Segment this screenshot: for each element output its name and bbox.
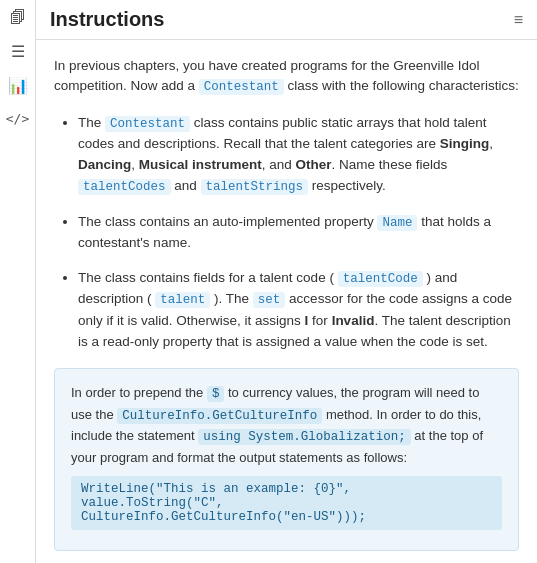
info-box: In order to prepend the $ to currency va… — [54, 368, 519, 550]
sidebar: 🗐 ☰ 📊 </> — [0, 0, 36, 563]
talent-code-2: talent — [155, 292, 210, 308]
using-statement-code: using System.Globalization; — [198, 429, 411, 445]
menu-icon[interactable]: ≡ — [514, 11, 523, 29]
name-code: Name — [377, 215, 417, 231]
talent-strings-code: talentStrings — [201, 179, 309, 195]
header: Instructions ≡ — [36, 0, 537, 40]
info-box-text: In order to prepend the $ to currency va… — [71, 383, 502, 467]
invalid-bold: Invalid — [332, 313, 375, 328]
bullet-1-text: The Contestant class contains public sta… — [78, 115, 493, 193]
code-block: WriteLine("This is an example: {0}", val… — [71, 476, 502, 530]
singing-bold: Singing — [440, 136, 490, 151]
bullet-2-text: The class contains an auto-implemented p… — [78, 214, 491, 250]
set-code: set — [253, 292, 286, 308]
musical-instrument-bold: Musical instrument — [139, 157, 262, 172]
talent-code-code: talentCode — [338, 271, 423, 287]
intro-text-end: class with the following characteristics… — [284, 78, 519, 93]
page-title: Instructions — [50, 8, 164, 31]
intro-paragraph: In previous chapters, you have created p… — [54, 56, 519, 97]
intro-code: Contestant — [199, 79, 284, 95]
chart-icon[interactable]: 📊 — [8, 78, 28, 94]
dancing-bold: Dancing — [78, 157, 131, 172]
list-item: The class contains an auto-implemented p… — [78, 212, 519, 254]
talent-codes-code: talentCodes — [78, 179, 171, 195]
other-bold: Other — [296, 157, 332, 172]
list-icon[interactable]: ☰ — [11, 44, 25, 60]
code-icon[interactable]: </> — [6, 112, 29, 125]
list-item: The Contestant class contains public sta… — [78, 113, 519, 198]
i-bold: I — [305, 313, 309, 328]
bullet-list: The Contestant class contains public sta… — [54, 113, 519, 352]
bullet-3-text: The class contains fields for a talent c… — [78, 270, 512, 349]
contestant-code-1: Contestant — [105, 116, 190, 132]
content-area: In previous chapters, you have created p… — [36, 40, 537, 563]
main-panel: Instructions ≡ In previous chapters, you… — [36, 0, 537, 563]
dollar-sign-code: $ — [207, 386, 225, 402]
list-item: The class contains fields for a talent c… — [78, 268, 519, 353]
get-culture-info-code: CultureInfo.GetCultureInfo — [117, 408, 322, 424]
book-icon[interactable]: 🗐 — [10, 10, 26, 26]
